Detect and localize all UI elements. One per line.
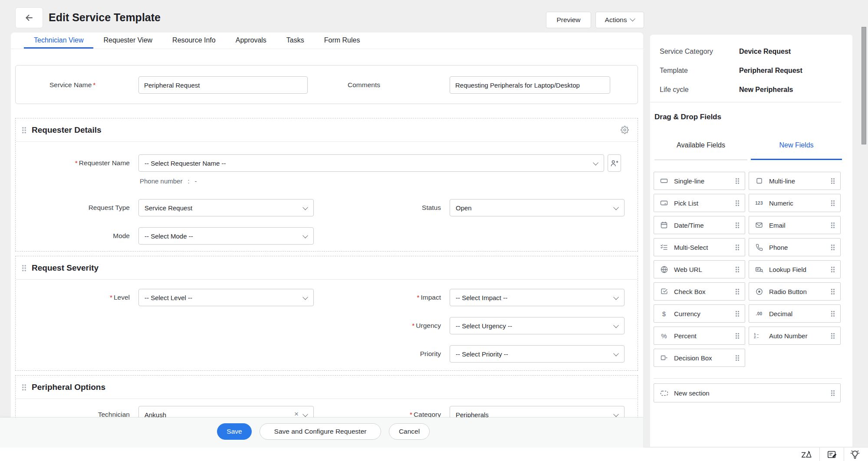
required-asterisk: * [75,159,78,167]
tab-approvals[interactable]: Approvals [226,33,276,49]
sidebar: Service CategoryDevice Request TemplateP… [650,35,852,447]
tab-available-fields[interactable]: Available Fields [654,141,747,149]
divider [650,102,841,102]
single-line-icon [659,177,669,185]
requester-name-select[interactable]: -- Select Requester Name -- [138,154,604,172]
drag-handle-icon[interactable] [22,265,26,271]
tab-technician-view[interactable]: Technician View [24,33,93,49]
currency-icon: $ [659,310,669,317]
drag-handle-icon[interactable] [735,288,740,295]
field-date-time[interactable]: Date/Time [654,216,745,234]
add-requester-button[interactable] [608,154,621,172]
section-requester-details-header: Requester Details [16,118,638,142]
field-email[interactable]: Email [749,216,841,234]
status-label: Status [337,199,441,216]
user-plus-icon [610,159,618,167]
field-percent[interactable]: % Percent [654,327,745,345]
main-panel: Technician View Requester View Resource … [11,33,643,417]
field-multi-select[interactable]: Multi-Select [654,238,745,256]
decision-box-icon [659,354,669,362]
chevron-down-icon [613,294,619,300]
vertical-scrollbar[interactable] [861,27,866,144]
drag-handle-icon[interactable] [735,200,740,206]
field-phone[interactable]: Phone [749,238,841,256]
request-type-select[interactable]: Service Request [138,199,314,216]
mode-select[interactable]: -- Select Mode -- [138,227,314,245]
field-lookup-field[interactable]: Lookup Field [749,260,841,278]
field-multi-line[interactable]: Multi-line [749,172,841,190]
sidebar-info-template: TemplatePeripheral Request [650,65,852,76]
tab-resource-info[interactable]: Resource Info [162,33,226,49]
tab-new-fields[interactable]: New Fields [751,141,842,149]
field-currency[interactable]: $ Currency [654,304,745,323]
form-footer: Save Save and Configure Requester Cancel [0,417,643,448]
bulb-icon[interactable] [847,449,863,460]
comments-label: Comments [348,65,380,105]
drag-handle-icon[interactable] [735,311,740,317]
status-select[interactable]: Open [450,199,625,216]
urgency-select[interactable]: -- Select Urgency -- [450,317,625,334]
save-button[interactable]: Save [217,423,252,440]
field-check-box[interactable]: Check Box [654,282,745,301]
drag-handle-icon[interactable] [831,390,835,396]
feedback-icon[interactable] [825,449,840,460]
section-title: Request Severity [32,263,99,273]
required-asterisk: * [412,322,414,329]
drag-handle-icon[interactable] [831,333,835,339]
drag-handle-icon[interactable] [735,266,740,273]
tab-tasks[interactable]: Tasks [276,33,314,49]
tab-form-rules[interactable]: Form Rules [314,33,370,49]
service-name-input[interactable] [138,76,308,94]
gear-icon[interactable] [621,126,629,134]
drag-drop-title: Drag & Drop Fields [654,113,721,121]
field-radio-button[interactable]: Radio Button [749,282,841,301]
drag-handle-icon[interactable] [831,222,835,229]
field-numeric[interactable]: 123 Numeric [749,194,841,212]
field-auto-number[interactable]: 1 –2 – Auto Number [749,327,841,345]
preview-button[interactable]: Preview [546,12,591,28]
field-single-line[interactable]: Single-line [654,172,745,190]
drag-handle-icon[interactable] [735,333,740,339]
drag-handle-icon[interactable] [831,311,835,317]
drag-handle-icon[interactable] [735,222,740,229]
level-label: *Level [16,289,130,306]
new-section-card[interactable]: New section [654,383,841,402]
request-type-label: Request Type [16,199,130,216]
tab-requester-view[interactable]: Requester View [93,33,162,49]
priority-select[interactable]: -- Select Priority -- [450,345,625,363]
drag-handle-icon[interactable] [735,355,740,361]
drag-handle-icon[interactable] [735,178,740,184]
drag-handle-icon[interactable] [22,127,26,134]
required-asterisk: * [417,294,419,301]
impact-select[interactable]: -- Select Impact -- [450,289,625,306]
category-label: *Category [337,406,441,417]
technician-select[interactable]: Ankush × [138,406,314,417]
clear-icon[interactable]: × [294,410,299,417]
comments-input[interactable] [450,76,610,94]
arrow-left-icon [24,13,34,23]
field-web-url[interactable]: Web URL [654,260,745,278]
drag-handle-icon[interactable] [831,266,835,273]
actions-button[interactable]: Actions [595,12,644,28]
chevron-down-icon [302,205,308,210]
zia-icon[interactable] [799,449,815,460]
cancel-button[interactable]: Cancel [389,423,430,440]
tab-underline-inactive [654,160,747,160]
required-asterisk: * [110,294,112,301]
drag-handle-icon[interactable] [831,178,835,184]
drag-handle-icon[interactable] [831,288,835,295]
field-decimal[interactable]: .00 Decimal [749,304,841,323]
level-select[interactable]: -- Select Level -- [138,289,314,306]
drag-handle-icon[interactable] [831,200,835,206]
drag-handle-icon[interactable] [22,384,26,391]
drag-handle-icon[interactable] [831,244,835,251]
back-button[interactable] [15,7,43,28]
sidebar-info-service-category: Service CategoryDevice Request [650,46,852,57]
field-decision-box[interactable]: Decision Box [654,349,745,367]
field-pick-list[interactable]: Pick List [654,194,745,212]
drag-handle-icon[interactable] [735,244,740,251]
section-title: Peripheral Options [32,383,105,392]
save-and-configure-button[interactable]: Save and Configure Requester [260,423,381,440]
category-select[interactable]: Peripherals [450,406,625,417]
sidebar-info-life-cycle: Life cycleNew Peripherals [650,84,852,95]
